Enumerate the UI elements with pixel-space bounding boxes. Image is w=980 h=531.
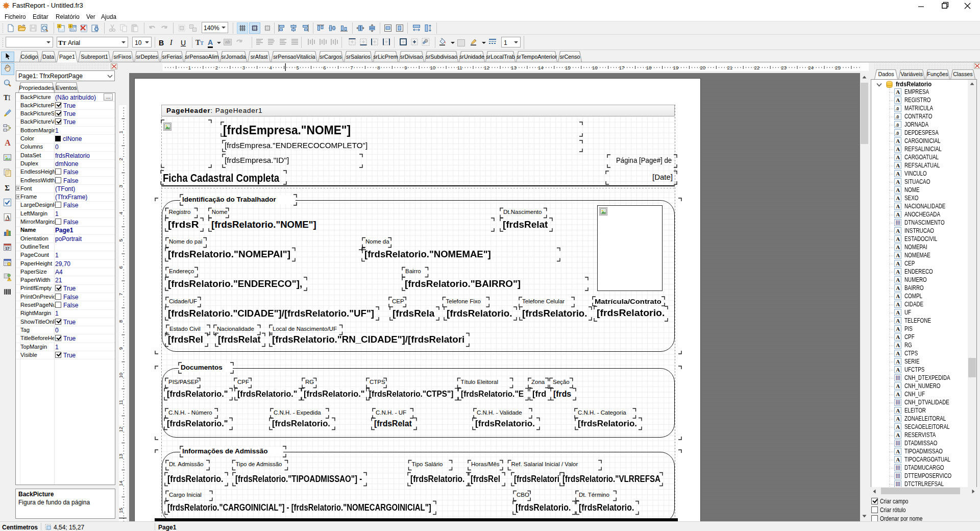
svg-text:3: 3 [119, 185, 124, 187]
svg-text:18: 18 [646, 65, 652, 70]
svg-text:A: A [896, 383, 900, 389]
svg-text:17: 17 [619, 65, 625, 70]
svg-text:6: 6 [119, 266, 124, 269]
svg-text:T: T [4, 94, 8, 102]
svg-text:5: 5 [119, 239, 124, 242]
svg-text:A: A [896, 171, 900, 177]
svg-text:22: 22 [754, 65, 760, 70]
svg-text:A: A [896, 260, 900, 267]
svg-text:A: A [896, 350, 900, 356]
svg-text:11: 11 [457, 65, 462, 70]
svg-text:A: A [896, 293, 900, 299]
svg-text:13: 13 [119, 454, 124, 460]
svg-text:15: 15 [119, 508, 124, 514]
svg-text:A: A [896, 252, 900, 258]
svg-text:A: A [896, 309, 900, 316]
svg-text:A: A [896, 448, 900, 454]
svg-text:2: 2 [215, 65, 218, 70]
svg-text:A: A [896, 236, 900, 242]
svg-text:A: A [896, 318, 900, 324]
svg-text:A: A [896, 187, 900, 193]
svg-text:14: 14 [119, 481, 124, 487]
svg-text:12: 12 [484, 65, 489, 70]
svg-text:A: A [896, 301, 900, 307]
svg-text:A: A [896, 456, 900, 463]
svg-text:5: 5 [296, 65, 299, 70]
svg-text:A: A [896, 244, 900, 250]
svg-text:13: 13 [511, 65, 517, 70]
svg-text:7: 7 [119, 293, 124, 296]
svg-text:4: 4 [270, 65, 272, 70]
svg-text:A: A [896, 89, 900, 95]
svg-text:19: 19 [673, 65, 679, 70]
svg-text:A: A [896, 326, 900, 332]
svg-text:A: A [896, 228, 900, 234]
svg-text:A: A [896, 432, 900, 438]
svg-text:8: 8 [377, 65, 380, 70]
svg-text:6: 6 [323, 65, 326, 70]
svg-text:9: 9 [404, 65, 407, 70]
svg-text:.0: .0 [895, 123, 899, 128]
svg-text:A: A [5, 138, 11, 147]
svg-text:A: A [896, 334, 900, 340]
svg-text:A: A [896, 269, 900, 275]
svg-text:4: 4 [119, 212, 124, 214]
svg-text:A: A [896, 391, 900, 397]
svg-text:A: A [896, 162, 900, 168]
svg-text:15: 15 [565, 65, 571, 70]
svg-text:A: A [896, 277, 900, 283]
svg-text:10: 10 [119, 373, 124, 378]
svg-text:8: 8 [119, 320, 124, 323]
svg-text:1: 1 [188, 65, 191, 70]
svg-text:A: A [896, 416, 900, 422]
svg-text:16: 16 [592, 65, 598, 70]
svg-text:A: A [896, 367, 900, 373]
svg-text:2: 2 [119, 158, 124, 160]
svg-text:11: 11 [119, 400, 124, 405]
svg-text:A: A [896, 407, 900, 414]
svg-text:Σ: Σ [5, 184, 10, 192]
svg-text:A: A [896, 146, 900, 152]
svg-text:A: A [896, 424, 900, 430]
svg-text:A: A [896, 358, 900, 365]
svg-text:A: A [896, 195, 900, 201]
svg-text:3: 3 [242, 65, 245, 70]
svg-text:7: 7 [350, 65, 353, 70]
svg-text:A: A [896, 285, 900, 291]
svg-text:.0: .0 [895, 114, 899, 119]
svg-text:A: A [896, 342, 900, 348]
svg-text:14: 14 [538, 65, 544, 70]
svg-text:A: A [896, 138, 900, 144]
svg-text:24: 24 [808, 65, 814, 70]
svg-text:A: A [896, 179, 900, 185]
svg-text:A: A [896, 97, 900, 103]
svg-text:A: A [896, 154, 900, 160]
svg-text:17: 17 [5, 246, 9, 251]
svg-text:A: A [896, 203, 900, 209]
svg-text:20: 20 [700, 65, 706, 70]
svg-text:21: 21 [727, 65, 733, 70]
svg-text:.0: .0 [895, 106, 899, 111]
svg-text:23: 23 [781, 65, 787, 70]
svg-text:.0: .0 [895, 131, 899, 136]
svg-text:25: 25 [835, 65, 841, 70]
svg-text:12: 12 [119, 427, 124, 432]
svg-text:10: 10 [430, 65, 435, 70]
svg-text:1: 1 [119, 131, 124, 133]
svg-text:9: 9 [119, 347, 124, 350]
svg-text:A: A [896, 211, 900, 218]
